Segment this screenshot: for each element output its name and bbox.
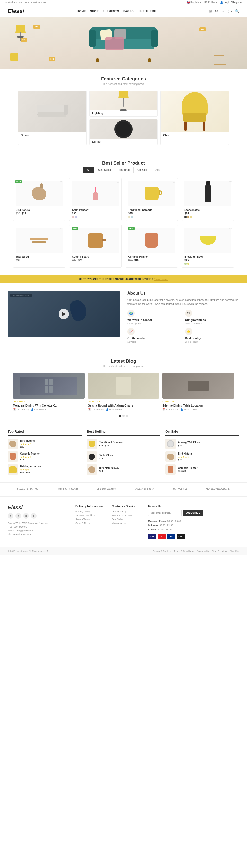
wishlist-btn-7[interactable]: ♡ [173,227,175,230]
wishlist-btn-4[interactable]: ♡ [229,180,232,184]
category-lighting[interactable]: Lighting [89,91,158,117]
play-button[interactable] [59,309,69,319]
top-rated-item-1[interactable]: Bird Natural ★★★★☆ $25 [8,439,82,449]
price-tag-3[interactable]: $29 [199,28,206,31]
on-sale-item-3[interactable]: Ceramic Planter $25 $18 [165,464,239,474]
login-register[interactable]: 👤 Login / Register [220,1,242,4]
footer-link-privacy2[interactable]: Privacy Policy [112,510,143,513]
color-dot[interactable] [75,216,77,218]
on-sale-item-1[interactable]: Analog Wall Clock $15 [165,439,239,449]
footer-link-order[interactable]: Order & Return [75,522,107,524]
best-selling-item-2[interactable]: Table Clock $15 [87,452,161,462]
grid-icon[interactable]: ⊞ [209,9,212,13]
price-tag-2[interactable]: $40 [21,38,27,41]
product-bird-natural[interactable]: NEW ♡ Bird Natural $30 $25 [13,178,65,221]
search-icon[interactable]: 🔍 [235,9,239,13]
wishlist-btn-6[interactable]: ♡ [116,227,119,230]
brand-1[interactable]: Lady & Dolls [17,488,39,491]
currency-selector[interactable]: US Dollar ▾ [204,1,217,4]
on-sale-item-2[interactable]: Bird Natural ★★★★☆ $25 [165,452,239,462]
wishlist-icon[interactable]: ♡ [221,9,225,13]
color-dot[interactable] [187,216,189,218]
blog-post-2[interactable]: FURNITURE Geisha Round With Aviana Chair… [88,373,160,411]
footer-logo[interactable]: Elessi [8,505,70,510]
nav-elements[interactable]: ELEMENTS [103,9,119,12]
category-sofas[interactable]: Sofas [18,91,87,145]
brand-6[interactable]: SCANDINAVIA [206,488,230,491]
wishlist-btn-1[interactable]: ♡ [60,180,63,184]
nav-pages[interactable]: PAGES [123,9,134,12]
footer-link-privacy1[interactable]: Privacy Policy [75,510,107,513]
tab-all[interactable]: All [83,167,94,173]
social-instagram[interactable]: in [31,513,36,519]
cart-icon[interactable]: ◯ [228,9,232,13]
footer-link-terms1[interactable]: Terms & Conditions [75,514,107,517]
nav-home[interactable]: HOME [77,9,86,12]
footer-bottom-link-5[interactable]: About Us [230,550,239,552]
color-dot[interactable] [185,263,187,265]
brand-3[interactable]: APPGAMES [97,488,116,491]
footer-link-manufactures[interactable]: Manufactures [112,522,143,524]
dot-3[interactable] [126,415,128,417]
wishlist-btn-2[interactable]: ♡ [116,180,119,184]
product-tray-wood[interactable]: ♡ Tray Wood $35 [13,225,65,268]
color-dot[interactable] [190,216,192,218]
about-video[interactable]: Deerpoints Official... [8,291,120,337]
category-chair[interactable]: Chair [160,91,229,145]
color-dot[interactable] [131,216,133,218]
brand-4[interactable]: OAK BARK [135,488,154,491]
bottle-shape [205,185,211,202]
tab-deal[interactable]: Deal [151,167,164,173]
best-selling-item-1[interactable]: Traditional Ceramic $20 - $25 [87,439,161,449]
footer-link-terms2[interactable]: Terms & Conditions [112,514,143,517]
footer-link-best-seller[interactable]: Best Seller [112,518,143,521]
product-breakfast-bowl[interactable]: ♡ Breakfast Bowl $25 [182,225,234,268]
brand-2[interactable]: BEAN SHOP [58,488,78,491]
best-selling-item-3[interactable]: Bird Natural 525 $25 [87,464,161,474]
price-tag-1[interactable]: $65 [33,25,40,29]
nav-like-theme[interactable]: LIKE THEME [138,9,156,12]
language-selector[interactable]: 🇬🇧 English ▾ [187,1,201,4]
top-rated-item-2[interactable]: Ceramic Planter ★★★★☆ $18 [8,452,82,462]
brand-5[interactable]: McCASA [173,488,187,491]
wishlist-btn-5[interactable]: ♡ [60,227,63,230]
product-stone-bottle[interactable]: ♡ Stone Bottle $55 [182,178,234,221]
social-facebook[interactable]: f [16,513,21,519]
mail-icon[interactable]: ✉ [215,9,218,13]
top-rated-item-3[interactable]: Relcing Armchair ★★★★☆ $50 - $55 [8,464,82,474]
product-cutting-board[interactable]: NEW ♡ Cutting Board $30 $20 [69,225,122,268]
tab-bestseller[interactable]: Best Seller [94,167,115,173]
wishlist-btn-3[interactable]: ♡ [173,180,175,184]
product-spun-pendant[interactable]: ♡ Spun Pendant $30 [69,178,122,221]
subscribe-button[interactable]: SUBSCRIBE [183,510,203,516]
footer-bottom-link-3[interactable]: Accessibility [197,550,209,552]
promo-link[interactable]: Nasa.theme [154,278,168,281]
sidebar-info-bs-1: Traditional Ceramic $20 - $25 [99,441,161,447]
price-tag-4[interactable]: $95 [49,57,55,61]
color-dot[interactable] [72,216,74,218]
product-traditional-ceramic[interactable]: ♡ Traditional Ceramic $55 [126,178,178,221]
category-clocks[interactable]: Clocks [89,119,158,145]
footer-bottom-link-2[interactable]: Terms & Conditions [174,550,194,552]
dot-2[interactable] [122,415,125,417]
footer-bottom-link-4[interactable]: Store Directory [212,550,227,552]
tab-featured[interactable]: Featured [115,167,134,173]
color-dot[interactable] [128,216,131,218]
tab-on-sale[interactable]: On Sale [134,167,151,173]
product-ceramic-planter[interactable]: NEW ♡ Ceramic Planter $25 $18 [126,225,178,268]
dot-1[interactable] [119,415,121,417]
footer-bottom-link-1[interactable]: Privacy & Cookies [153,550,171,552]
blog-post-3[interactable]: FURNITURE Etienne Dining Table Location … [162,373,234,411]
social-twitter[interactable]: t [8,513,13,519]
footer-link-search[interactable]: Search Terms [75,518,107,521]
sofas-image [18,91,86,132]
on-sale-title: On Sale [165,430,239,436]
blog-post-1[interactable]: FURNITURE Montreal Dining With Collette … [13,373,85,411]
nav-shop[interactable]: SHOP [90,9,99,12]
wishlist-btn-8[interactable]: ♡ [229,227,232,230]
social-google[interactable]: g [23,513,29,519]
color-dot[interactable] [185,216,187,218]
site-logo[interactable]: Elessi [8,8,24,14]
newsletter-input[interactable] [148,510,182,516]
color-dot[interactable] [187,263,189,265]
